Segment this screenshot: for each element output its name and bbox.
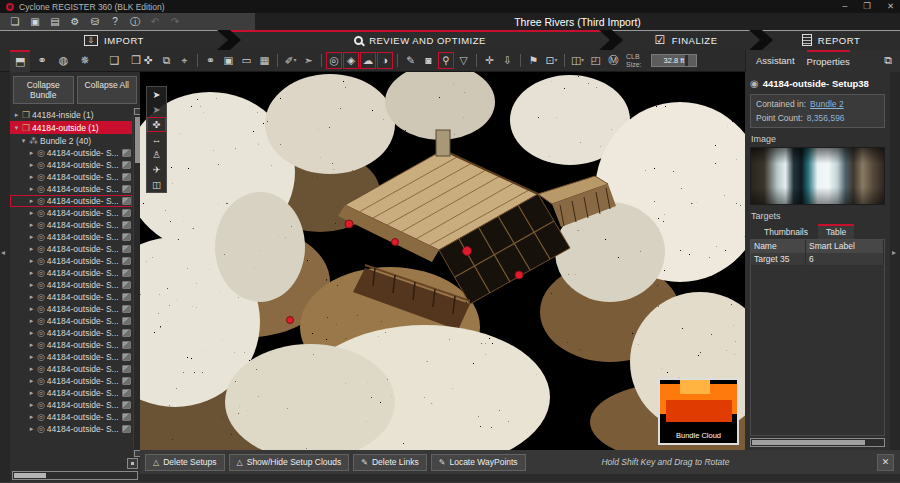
tab-settings[interactable]: ✵ [75, 50, 94, 72]
tree-root-outside[interactable]: ▾ ❐ 44184-outside (1) [10, 121, 132, 134]
open-project-button[interactable]: ❏ [8, 14, 22, 30]
toggle-targets-button[interactable]: ◎ [326, 52, 342, 69]
tree-setup-row[interactable]: ▸ ◎ 44184-outside- S... [10, 303, 132, 315]
scroll-thumb[interactable] [752, 440, 865, 445]
expand-arrow-icon[interactable]: ▸ [28, 221, 35, 229]
expand-arrow-icon[interactable]: ▸ [28, 269, 35, 277]
pick-link-button[interactable]: ➣ [300, 52, 317, 70]
expand-arrow-icon[interactable]: ▸ [28, 353, 35, 361]
tree-setup-row[interactable]: ▸ ◎ 44184-outside- S... [10, 315, 132, 327]
thumbnail-icon[interactable] [122, 173, 131, 181]
thumbnail-icon[interactable] [122, 185, 131, 193]
expand-arrow-icon[interactable]: ▸ [28, 173, 35, 181]
stage-finalize[interactable]: ☑ FINALIZE [612, 30, 760, 50]
tree-horizontal-scrollbar[interactable] [12, 471, 138, 480]
expand-arrow-icon[interactable]: ▸ [28, 233, 35, 241]
maximize-button[interactable]: ❐ [863, 0, 871, 13]
tree-setup-row[interactable]: ▸ ◎ 44184-outside- S... [10, 411, 132, 423]
tab-assistant[interactable]: Assistant [756, 50, 795, 72]
tree-setup-row[interactable]: ▸ ◎ 44184-outside- S... [10, 351, 132, 363]
expand-arrow-icon[interactable]: ▸ [28, 257, 35, 265]
thumbnail-icon[interactable] [122, 365, 131, 373]
screen-view-button[interactable]: ⊡ [543, 52, 560, 70]
expand-arrow-icon[interactable]: ▸ [28, 329, 35, 337]
tree-setup-row[interactable]: ▸ ◎ 44184-outside- S... [10, 399, 132, 411]
expand-arrow-icon[interactable]: ▾ [20, 137, 27, 145]
bundle-link[interactable]: Bundle 2 [810, 99, 844, 109]
tree-setup-row[interactable]: ▸ ◎ 44184-outside- S... [10, 363, 132, 375]
settings-button[interactable]: ⚙ [68, 14, 82, 30]
tree-setup-row[interactable]: ▸ ◎ 44184-outside- S... [10, 387, 132, 399]
navigate-tool-button[interactable]: ✜ [140, 52, 157, 70]
eraser-tool-button[interactable]: ✐ [282, 52, 299, 70]
setup-marker[interactable] [515, 271, 523, 279]
thumbnail-icon[interactable] [122, 305, 131, 313]
scroll-thumb[interactable] [14, 473, 46, 478]
tree-setup-row[interactable]: ▸ ◎ 44184-outside- S... [10, 255, 132, 267]
axes-button[interactable]: ✛ [481, 52, 498, 70]
redo-button[interactable]: ↷ [168, 14, 182, 30]
camera-button[interactable]: ◙ [420, 52, 437, 70]
thumbnail-icon[interactable] [122, 197, 131, 205]
thumbnail-icon[interactable] [122, 389, 131, 397]
route-flag-button[interactable]: ⚑ [525, 52, 542, 70]
thumbnail-icon[interactable] [122, 245, 131, 253]
thumbnail-icon[interactable] [122, 281, 131, 289]
expand-arrow-icon[interactable]: ▸ [28, 365, 35, 373]
stage-review-and-optimize[interactable]: REVIEW AND OPTIMIZE [230, 30, 610, 50]
thumbnail-icon[interactable] [122, 425, 131, 433]
thumbnail-icon[interactable] [122, 149, 131, 157]
locate-waypoints-button[interactable]: ✎ Locate WayPoints [431, 454, 526, 471]
cube-marker-button[interactable]: ◰ [587, 52, 604, 70]
thumbnail-icon[interactable] [122, 401, 131, 409]
measure-tool[interactable]: ↔ [147, 132, 166, 147]
zoom-fit-button[interactable]: ⌖ [176, 52, 193, 70]
expand-arrow-icon[interactable]: ▸ [13, 111, 20, 119]
show-hide-setup-clouds-button[interactable]: △ Show/Hide Setup Clouds [229, 454, 350, 471]
tree-setup-row[interactable]: ▸ ◎ 44184-outside- S... [10, 327, 132, 339]
thumbnail-icon[interactable] [122, 377, 131, 385]
thumbnail-icon[interactable] [122, 329, 131, 337]
point-cloud-viewport[interactable]: ➤➤✜↔♙✈◫ Bundle Cloud [140, 72, 745, 450]
export-box-button[interactable]: ⇩ [499, 52, 516, 70]
expand-arrow-icon[interactable]: ▸ [28, 197, 35, 205]
annotate-button[interactable]: ✎ [402, 52, 419, 70]
thumbnail-icon[interactable] [122, 353, 131, 361]
tree-setup-row[interactable]: ▸ ◎ 44184-outside- S... [10, 423, 132, 435]
ortho-view-button[interactable]: ▣ [220, 52, 237, 70]
expand-arrow-icon[interactable]: ▸ [28, 293, 35, 301]
tab-properties[interactable]: Properties [807, 50, 850, 72]
tree-setup-row[interactable]: ▸ ◎ 44184-outside- S... [10, 267, 132, 279]
expand-arrow-icon[interactable]: ▾ [13, 124, 20, 132]
left-panel-collapse-handle[interactable]: ◂ [0, 72, 10, 482]
tab-sites[interactable]: ◍ [54, 50, 74, 72]
setup-marker[interactable] [392, 239, 399, 246]
tab-thumbnails[interactable]: Thumbnails [756, 224, 816, 239]
view-frames-button[interactable]: ⧉ [158, 52, 175, 70]
expand-arrow-icon[interactable]: ▸ [28, 341, 35, 349]
stage-report[interactable]: REPORT [762, 30, 900, 50]
target-row[interactable]: Target 35 6 [751, 253, 884, 266]
select-cursor-tool[interactable]: ➤ [147, 87, 166, 102]
expand-arrow-icon[interactable]: ▸ [28, 377, 35, 385]
toggle-clouds-button[interactable]: ☁ [360, 52, 376, 69]
targets-horizontal-scrollbar[interactable] [750, 438, 885, 447]
expand-arrow-icon[interactable]: ▸ [28, 185, 35, 193]
about-button[interactable]: ⓘ [128, 14, 142, 30]
scroll-down-button[interactable] [134, 450, 140, 457]
undo-button[interactable]: ↶ [148, 14, 162, 30]
tree-root-inside[interactable]: ▸ ❐ 44184-inside (1) [10, 108, 132, 121]
tree-setup-row[interactable]: ▸ ◎ 44184-outside- S... [10, 339, 132, 351]
expand-arrow-icon[interactable]: ▸ [28, 161, 35, 169]
column-header-name[interactable]: Name [751, 240, 806, 253]
cube-view-button[interactable]: ◫ [569, 52, 586, 70]
tree-setup-row[interactable]: ▸ ◎ 44184-outside- S... [10, 159, 132, 171]
collapse-all-button[interactable]: Collapse All [77, 76, 138, 104]
cube-tool[interactable]: ◫ [147, 177, 166, 192]
view-thumbnails-button[interactable]: ❑ [104, 50, 124, 72]
dismiss-hint-button[interactable]: ✕ [877, 454, 894, 471]
expand-arrow-icon[interactable]: ▸ [28, 317, 35, 325]
thumbnail-icon[interactable] [122, 221, 131, 229]
tree-corner-button[interactable] [127, 458, 138, 469]
toggle-waypoints-button[interactable]: ⚲ [438, 52, 454, 69]
